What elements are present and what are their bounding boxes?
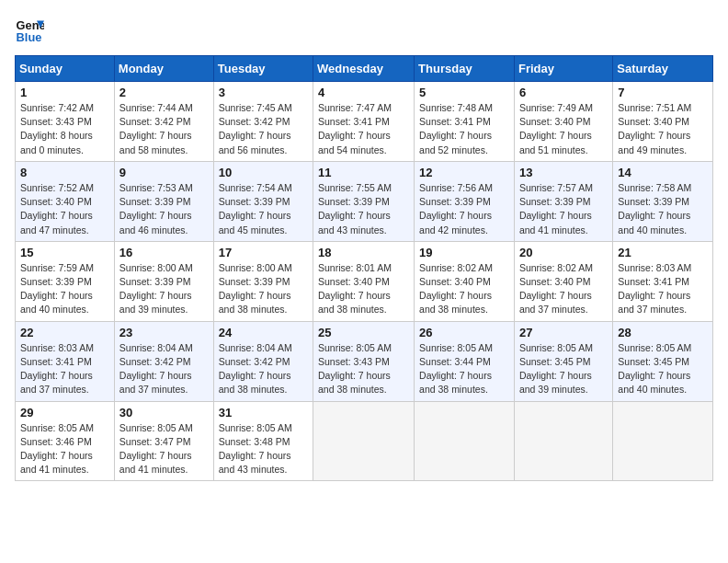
calendar-cell: 28Sunrise: 8:05 AMSunset: 3:45 PMDayligh… — [613, 321, 713, 401]
calendar-cell: 5Sunrise: 7:48 AMSunset: 3:41 PMDaylight… — [415, 82, 515, 162]
day-info: Sunrise: 7:54 AMSunset: 3:39 PMDaylight:… — [219, 181, 308, 237]
calendar-cell: 6Sunrise: 7:49 AMSunset: 3:40 PMDaylight… — [514, 82, 612, 162]
calendar-cell — [514, 401, 612, 481]
calendar-cell: 15Sunrise: 7:59 AMSunset: 3:39 PMDayligh… — [16, 241, 115, 321]
day-number: 9 — [119, 166, 209, 179]
day-number: 11 — [318, 166, 409, 179]
day-number: 13 — [519, 166, 608, 179]
day-number: 7 — [618, 86, 708, 99]
day-number: 23 — [119, 326, 209, 339]
calendar-cell: 19Sunrise: 8:02 AMSunset: 3:40 PMDayligh… — [415, 241, 515, 321]
day-number: 18 — [318, 246, 409, 259]
calendar-cell: 30Sunrise: 8:05 AMSunset: 3:47 PMDayligh… — [114, 401, 213, 481]
day-number: 14 — [618, 166, 708, 179]
day-header-monday: Monday — [114, 56, 213, 82]
calendar-cell: 9Sunrise: 7:53 AMSunset: 3:39 PMDaylight… — [114, 161, 213, 241]
calendar-cell: 26Sunrise: 8:05 AMSunset: 3:44 PMDayligh… — [415, 321, 515, 401]
day-number: 3 — [219, 86, 308, 99]
day-number: 5 — [419, 86, 509, 99]
day-info: Sunrise: 7:58 AMSunset: 3:39 PMDaylight:… — [618, 181, 708, 237]
day-number: 22 — [20, 326, 109, 339]
calendar-cell: 17Sunrise: 8:00 AMSunset: 3:39 PMDayligh… — [213, 241, 313, 321]
day-number: 8 — [20, 166, 109, 179]
calendar-cell: 18Sunrise: 8:01 AMSunset: 3:40 PMDayligh… — [313, 241, 415, 321]
day-number: 17 — [219, 246, 308, 259]
day-number: 30 — [119, 406, 209, 419]
day-number: 1 — [20, 86, 109, 99]
logo: General Blue — [15, 15, 48, 44]
calendar-cell: 12Sunrise: 7:56 AMSunset: 3:39 PMDayligh… — [415, 161, 515, 241]
day-info: Sunrise: 7:51 AMSunset: 3:40 PMDaylight:… — [618, 101, 708, 157]
day-info: Sunrise: 7:56 AMSunset: 3:39 PMDaylight:… — [419, 181, 509, 237]
day-info: Sunrise: 8:05 AMSunset: 3:45 PMDaylight:… — [618, 341, 708, 397]
calendar-cell: 13Sunrise: 7:57 AMSunset: 3:39 PMDayligh… — [514, 161, 612, 241]
day-info: Sunrise: 8:03 AMSunset: 3:41 PMDaylight:… — [618, 261, 708, 317]
calendar-cell: 3Sunrise: 7:45 AMSunset: 3:42 PMDaylight… — [213, 82, 313, 162]
calendar-cell: 10Sunrise: 7:54 AMSunset: 3:39 PMDayligh… — [213, 161, 313, 241]
calendar-week-4: 22Sunrise: 8:03 AMSunset: 3:41 PMDayligh… — [16, 321, 713, 401]
day-number: 28 — [618, 326, 708, 339]
calendar-cell: 24Sunrise: 8:04 AMSunset: 3:42 PMDayligh… — [213, 321, 313, 401]
calendar-cell: 7Sunrise: 7:51 AMSunset: 3:40 PMDaylight… — [613, 82, 713, 162]
day-info: Sunrise: 8:05 AMSunset: 3:47 PMDaylight:… — [119, 421, 209, 477]
svg-text:Blue: Blue — [17, 30, 42, 44]
calendar-cell: 31Sunrise: 8:05 AMSunset: 3:48 PMDayligh… — [213, 401, 313, 481]
day-number: 25 — [318, 326, 409, 339]
calendar-cell: 27Sunrise: 8:05 AMSunset: 3:45 PMDayligh… — [514, 321, 612, 401]
calendar-table: SundayMondayTuesdayWednesdayThursdayFrid… — [15, 55, 713, 481]
day-number: 6 — [519, 86, 608, 99]
calendar-cell — [613, 401, 713, 481]
calendar-week-5: 29Sunrise: 8:05 AMSunset: 3:46 PMDayligh… — [16, 401, 713, 481]
calendar-week-2: 8Sunrise: 7:52 AMSunset: 3:40 PMDaylight… — [16, 161, 713, 241]
day-info: Sunrise: 8:05 AMSunset: 3:48 PMDaylight:… — [219, 421, 308, 477]
logo-icon: General Blue — [15, 15, 44, 44]
day-info: Sunrise: 7:53 AMSunset: 3:39 PMDaylight:… — [119, 181, 209, 237]
calendar-cell: 22Sunrise: 8:03 AMSunset: 3:41 PMDayligh… — [16, 321, 115, 401]
day-info: Sunrise: 8:04 AMSunset: 3:42 PMDaylight:… — [219, 341, 308, 397]
day-info: Sunrise: 8:04 AMSunset: 3:42 PMDaylight:… — [119, 341, 209, 397]
calendar-cell: 25Sunrise: 8:05 AMSunset: 3:43 PMDayligh… — [313, 321, 415, 401]
day-number: 29 — [20, 406, 109, 419]
day-info: Sunrise: 8:05 AMSunset: 3:46 PMDaylight:… — [20, 421, 109, 477]
day-info: Sunrise: 8:01 AMSunset: 3:40 PMDaylight:… — [318, 261, 409, 317]
calendar-cell: 1Sunrise: 7:42 AMSunset: 3:43 PMDaylight… — [16, 82, 115, 162]
calendar-header-row: SundayMondayTuesdayWednesdayThursdayFrid… — [16, 56, 713, 82]
calendar-cell: 4Sunrise: 7:47 AMSunset: 3:41 PMDaylight… — [313, 82, 415, 162]
day-info: Sunrise: 7:44 AMSunset: 3:42 PMDaylight:… — [119, 101, 209, 157]
day-header-tuesday: Tuesday — [213, 56, 313, 82]
day-header-saturday: Saturday — [613, 56, 713, 82]
day-info: Sunrise: 7:47 AMSunset: 3:41 PMDaylight:… — [318, 101, 409, 157]
day-info: Sunrise: 7:59 AMSunset: 3:39 PMDaylight:… — [20, 261, 109, 317]
day-header-sunday: Sunday — [16, 56, 115, 82]
day-info: Sunrise: 7:48 AMSunset: 3:41 PMDaylight:… — [419, 101, 509, 157]
day-info: Sunrise: 8:00 AMSunset: 3:39 PMDaylight:… — [219, 261, 308, 317]
day-info: Sunrise: 8:02 AMSunset: 3:40 PMDaylight:… — [419, 261, 509, 317]
day-info: Sunrise: 7:45 AMSunset: 3:42 PMDaylight:… — [219, 101, 308, 157]
day-number: 24 — [219, 326, 308, 339]
calendar-cell: 11Sunrise: 7:55 AMSunset: 3:39 PMDayligh… — [313, 161, 415, 241]
day-info: Sunrise: 8:03 AMSunset: 3:41 PMDaylight:… — [20, 341, 109, 397]
day-info: Sunrise: 8:00 AMSunset: 3:39 PMDaylight:… — [119, 261, 209, 317]
day-info: Sunrise: 8:05 AMSunset: 3:44 PMDaylight:… — [419, 341, 509, 397]
day-number: 2 — [119, 86, 209, 99]
calendar-cell — [313, 401, 415, 481]
day-info: Sunrise: 7:52 AMSunset: 3:40 PMDaylight:… — [20, 181, 109, 237]
calendar-cell: 23Sunrise: 8:04 AMSunset: 3:42 PMDayligh… — [114, 321, 213, 401]
day-info: Sunrise: 7:42 AMSunset: 3:43 PMDaylight:… — [20, 101, 109, 157]
calendar-cell: 8Sunrise: 7:52 AMSunset: 3:40 PMDaylight… — [16, 161, 115, 241]
day-number: 26 — [419, 326, 509, 339]
calendar-cell: 29Sunrise: 8:05 AMSunset: 3:46 PMDayligh… — [16, 401, 115, 481]
calendar-week-3: 15Sunrise: 7:59 AMSunset: 3:39 PMDayligh… — [16, 241, 713, 321]
day-number: 16 — [119, 246, 209, 259]
calendar-cell: 20Sunrise: 8:02 AMSunset: 3:40 PMDayligh… — [514, 241, 612, 321]
day-number: 20 — [519, 246, 608, 259]
day-number: 31 — [219, 406, 308, 419]
calendar-cell: 21Sunrise: 8:03 AMSunset: 3:41 PMDayligh… — [613, 241, 713, 321]
day-number: 27 — [519, 326, 608, 339]
day-number: 15 — [20, 246, 109, 259]
day-header-friday: Friday — [514, 56, 612, 82]
day-number: 10 — [219, 166, 308, 179]
calendar-cell: 14Sunrise: 7:58 AMSunset: 3:39 PMDayligh… — [613, 161, 713, 241]
day-info: Sunrise: 7:55 AMSunset: 3:39 PMDaylight:… — [318, 181, 409, 237]
day-number: 19 — [419, 246, 509, 259]
